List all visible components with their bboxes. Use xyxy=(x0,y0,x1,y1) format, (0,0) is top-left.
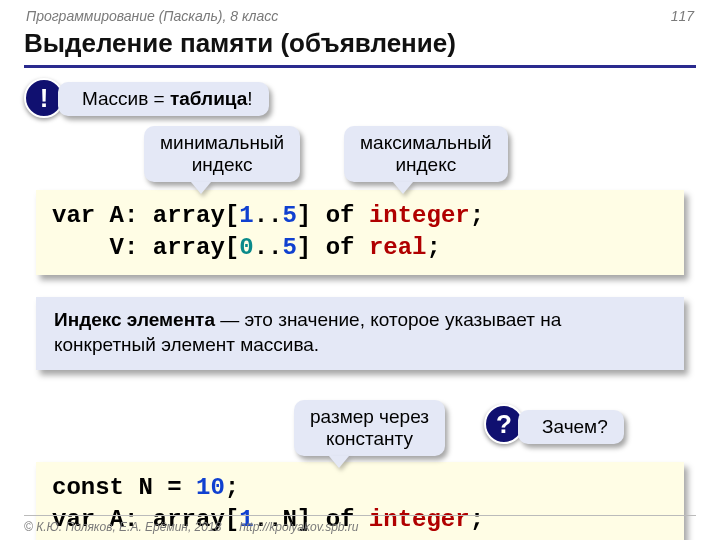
exclamation-icon: ! xyxy=(40,83,49,114)
c2l1b: = xyxy=(153,474,196,501)
code-block-1: var A: array[1..5] of integer; V: array[… xyxy=(36,190,684,275)
c1l2d: 5 xyxy=(282,234,296,261)
footer-url: http://kpolyakov.spb.ru xyxy=(239,520,358,534)
slide: Программирование (Паскаль), 8 класс 117 … xyxy=(0,0,720,540)
max-index-label: максимальный индекс xyxy=(344,126,508,182)
defn-term: Индекс элемента xyxy=(54,309,215,330)
c1l2a: V: array[ xyxy=(52,234,239,261)
code1-line2: V: array[0..5] of real; xyxy=(52,232,668,264)
code2-line1: const N = 10; xyxy=(52,472,668,504)
c1l2c: .. xyxy=(254,234,283,261)
c2l1a: const N xyxy=(52,474,153,501)
why-label: Зачем? xyxy=(518,410,624,444)
footer: © К.Ю. Поляков, Е.А. Ерёмин, 2018 http:/… xyxy=(24,515,696,534)
c1l2e: ] of xyxy=(297,234,369,261)
hint-row-1: ! Массив = таблица! xyxy=(24,78,696,126)
header-bar: Программирование (Паскаль), 8 класс 117 xyxy=(24,8,696,26)
definition-box: Индекс элемента — это значение, которое … xyxy=(36,297,684,370)
c2l1c: 10 xyxy=(196,474,225,501)
c1l2b: 0 xyxy=(239,234,253,261)
index-labels-row: минимальный индекс максимальный индекс xyxy=(24,126,696,190)
c1l2f: real xyxy=(369,234,427,261)
c1l1g: ; xyxy=(470,202,484,229)
c1l1b: 1 xyxy=(239,202,253,229)
hint-text-c: ! xyxy=(247,88,252,109)
hint-text-a: Массив = xyxy=(82,88,170,109)
c1l1c: .. xyxy=(254,202,283,229)
c2l1d: ; xyxy=(225,474,239,501)
copyright: © К.Ю. Поляков, Е.А. Ерёмин, 2018 xyxy=(24,520,221,534)
c1l1e: ] of xyxy=(297,202,369,229)
hint-array-table: Массив = таблица! xyxy=(58,82,269,116)
question-icon: ? xyxy=(496,409,512,440)
page-number: 117 xyxy=(671,8,694,24)
min-index-label: минимальный индекс xyxy=(144,126,300,182)
size-const-label: размер через константу xyxy=(294,400,445,456)
c1l1f: integer xyxy=(369,202,470,229)
c1l1d: 5 xyxy=(282,202,296,229)
hint-text-b: таблица xyxy=(170,88,247,109)
course-label: Программирование (Паскаль), 8 класс xyxy=(26,8,278,24)
c1l1a: var A: array[ xyxy=(52,202,239,229)
page-title: Выделение памяти (объявление) xyxy=(24,26,696,68)
code1-line1: var A: array[1..5] of integer; xyxy=(52,200,668,232)
c1l2g: ; xyxy=(426,234,440,261)
